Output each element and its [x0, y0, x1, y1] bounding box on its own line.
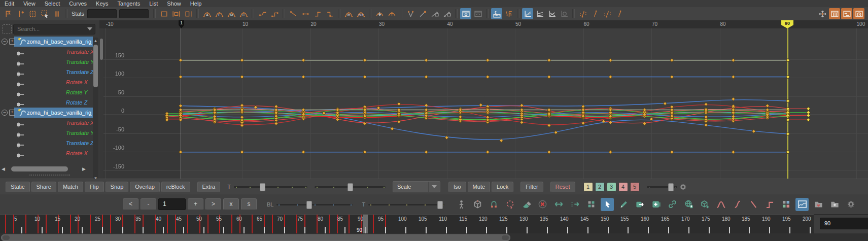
lock-tangent-weight-icon[interactable]	[429, 8, 440, 19]
collapse-icon[interactable]: –	[2, 39, 8, 45]
post-infinity-cycle-icon[interactable]	[602, 8, 613, 19]
break-tangents-icon[interactable]	[405, 8, 416, 19]
normalized-view-icon[interactable]	[546, 8, 558, 19]
graph-editor-icon[interactable]	[795, 198, 809, 211]
scroll-left-icon[interactable]: ◀	[2, 166, 5, 171]
time-editor-icon[interactable]	[853, 8, 864, 19]
extra-button[interactable]: Extra	[197, 182, 221, 192]
post-infinity-icon[interactable]	[614, 8, 625, 19]
magnet-snap-icon[interactable]	[487, 198, 500, 211]
key-pair-icon[interactable]	[257, 8, 268, 19]
absolute-view-icon[interactable]	[522, 8, 533, 19]
tree-vertical-scrollbar[interactable]: ▲ ▼	[93, 38, 98, 182]
pre-infinity-cycle-icon[interactable]	[577, 8, 588, 19]
menu-tangents[interactable]: Tangents	[113, 1, 145, 7]
pre-infinity-icon[interactable]	[589, 8, 601, 19]
tree-channel-row[interactable]: Rotate X	[0, 77, 93, 87]
animation-curves-canvas[interactable]	[100, 28, 868, 179]
tree-channel-row[interactable]: Translate Y	[0, 57, 93, 67]
favorites-folder-icon[interactable]	[812, 198, 825, 211]
iso-button[interactable]: Iso	[448, 182, 466, 192]
tree-object-row[interactable]: –+zoma_hi_base_vanilla_rig_v	[0, 37, 93, 47]
menu-help[interactable]: Help	[186, 1, 206, 7]
range-start-handle[interactable]	[3, 235, 10, 240]
graph-vertical-scrollbar[interactable]	[99, 28, 103, 179]
static-button[interactable]: Static	[6, 182, 30, 192]
scroll-up-icon[interactable]: ▲	[93, 39, 98, 43]
character-icon[interactable]	[455, 198, 468, 211]
lock-button[interactable]: Lock	[492, 182, 513, 192]
keys-rect-icon[interactable]	[158, 8, 169, 19]
s-button[interactable]: s	[241, 198, 257, 210]
graph-scroll-thumb[interactable]	[100, 39, 103, 60]
range-slider-bar[interactable]	[1, 234, 510, 241]
add-box-icon[interactable]	[649, 198, 663, 211]
expand-icon[interactable]: +	[9, 110, 15, 116]
prev-key-button[interactable]: <	[123, 198, 138, 210]
new-folder-icon[interactable]	[828, 198, 841, 211]
start-frame-flag[interactable]: 1	[179, 20, 184, 28]
share-button[interactable]: Share	[31, 182, 56, 192]
range-slider[interactable]	[0, 233, 868, 241]
tangent-auto-icon[interactable]: A	[201, 8, 213, 19]
menu-list[interactable]: List	[145, 1, 162, 7]
menu-keys[interactable]: Keys	[91, 1, 113, 7]
current-frame-flag[interactable]: 90	[781, 20, 793, 28]
reset-button[interactable]: Reset	[550, 182, 575, 192]
curve-visibility-icon[interactable]	[460, 8, 471, 19]
out-tangent-icon[interactable]: out	[355, 8, 366, 19]
select-tool-icon[interactable]	[601, 198, 614, 211]
panel-splitter[interactable]	[29, 175, 70, 176]
linear-tangent-icon[interactable]	[288, 8, 299, 19]
minus-button[interactable]: -	[141, 198, 156, 210]
tree-channel-row[interactable]: Translate Z	[0, 67, 93, 77]
export-box-icon[interactable]	[633, 198, 646, 211]
time-ruler[interactable]: -101020304050607080100190	[99, 20, 868, 29]
pan-view-icon[interactable]	[817, 8, 828, 19]
move-keys-tool-icon[interactable]	[3, 8, 14, 19]
expand-icon[interactable]: +	[9, 39, 15, 45]
tree-channel-row[interactable]: Rotate Z	[0, 97, 93, 108]
frame-number-field[interactable]: 1	[158, 198, 186, 210]
range-end-handle[interactable]	[502, 235, 509, 240]
snap-button[interactable]: Snap	[106, 182, 129, 192]
lasso-icon[interactable]	[503, 198, 516, 211]
stats-field-2[interactable]	[119, 9, 149, 18]
collapse-icon[interactable]: –	[2, 110, 8, 116]
plus-button[interactable]: +	[188, 198, 203, 210]
key-hook-icon[interactable]	[269, 8, 280, 19]
tree-hscroll-thumb[interactable]	[11, 166, 68, 171]
globe-upload-icon[interactable]	[682, 198, 695, 211]
template-channel-icon[interactable]	[472, 8, 483, 19]
match-button[interactable]: Match	[58, 182, 83, 192]
reblock-button[interactable]: reBlock	[161, 182, 190, 192]
dotted-arrow-icon[interactable]	[568, 198, 581, 211]
select-set-3-button[interactable]: 3	[607, 182, 616, 192]
secondary-slider-thumb[interactable]	[348, 183, 353, 191]
select-set-4-button[interactable]: 4	[618, 182, 628, 192]
cube-add-icon[interactable]	[698, 198, 711, 211]
filter-button[interactable]: Filter	[520, 182, 543, 192]
search-box[interactable]	[13, 24, 95, 35]
four-dots-icon[interactable]	[584, 198, 598, 211]
tree-channel-row[interactable]: Rotate X	[0, 148, 93, 158]
tree-channel-row[interactable]: Translate X	[0, 118, 93, 128]
stats-field-1[interactable]	[87, 9, 117, 18]
tree-channel-row[interactable]: Translate Y	[0, 128, 93, 138]
secondary-slider[interactable]	[315, 183, 386, 190]
curve-view[interactable]	[99, 28, 868, 179]
scale-dropdown-arrow[interactable]	[428, 182, 440, 192]
bl-slider[interactable]	[276, 201, 353, 208]
scroll-right-icon[interactable]: ▶	[82, 166, 86, 171]
select-set-1-button[interactable]: 1	[583, 182, 593, 192]
trax-editor-icon[interactable]	[841, 8, 852, 19]
insert-keys-tool-icon[interactable]	[15, 8, 26, 19]
select-set-2-button[interactable]: 2	[595, 182, 605, 192]
tangent-ease-icon[interactable]: E	[214, 8, 225, 19]
tree-object-row[interactable]: –+zoma_hi_base_vanilla_rig_v	[0, 108, 93, 118]
buffer-swap-down-icon[interactable]	[374, 8, 385, 19]
tree-channel-row[interactable]: Rotate Y	[0, 87, 93, 97]
step-down-tangent-icon[interactable]	[324, 8, 335, 19]
stacked-view-icon[interactable]	[534, 8, 545, 19]
color-sets-icon[interactable]	[779, 198, 792, 211]
